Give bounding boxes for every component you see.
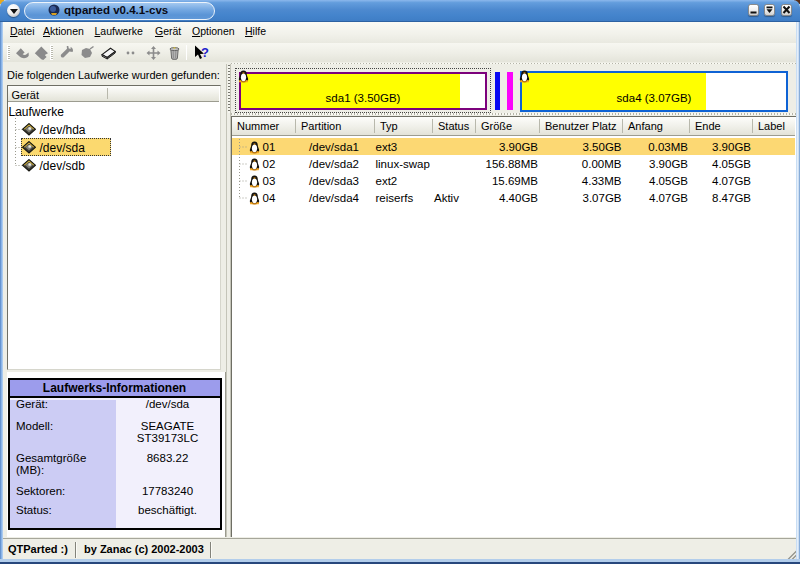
svg-text:?: ? [201,45,209,60]
